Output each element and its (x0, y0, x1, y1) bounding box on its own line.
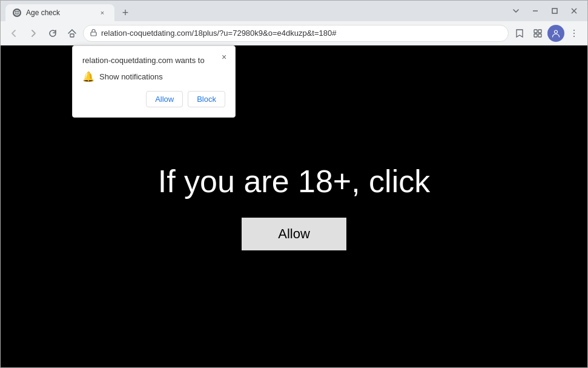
popup-block-button[interactable]: Block (188, 91, 225, 107)
back-button[interactable] (5, 25, 22, 42)
svg-rect-4 (552, 8, 557, 13)
tab-strip: Age check × + (5, 1, 507, 21)
svg-rect-7 (70, 34, 74, 37)
window-controls (507, 2, 583, 19)
svg-point-13 (555, 30, 558, 33)
close-window-button[interactable] (566, 2, 583, 19)
svg-rect-10 (538, 30, 541, 33)
tab-title: Age check (26, 8, 93, 17)
reload-button[interactable] (44, 25, 61, 42)
svg-point-14 (573, 30, 575, 31)
profile-dropdown-icon[interactable] (507, 2, 524, 19)
forward-button[interactable] (25, 25, 42, 42)
svg-point-16 (573, 36, 575, 37)
age-check-heading: If you are 18+, click (158, 163, 430, 199)
minimize-button[interactable] (527, 2, 544, 19)
title-bar: Age check × + (1, 1, 587, 21)
menu-button[interactable] (566, 25, 583, 42)
svg-rect-8 (91, 32, 96, 36)
svg-point-15 (573, 33, 575, 34)
profile-avatar (547, 25, 564, 42)
address-bar: relation-coquetdating.com/18plus/?u=7298… (1, 21, 587, 45)
tab-close-button[interactable]: × (97, 8, 107, 18)
page-content: relation-coquetdating.com wants to × 🔔 S… (1, 45, 587, 367)
popup-notification-row: 🔔 Show notifications (82, 71, 225, 82)
url-bar[interactable]: relation-coquetdating.com/18plus/?u=7298… (83, 25, 509, 42)
lock-icon (90, 28, 97, 38)
tab-favicon-icon (13, 8, 21, 17)
url-text: relation-coquetdating.com/18plus/?u=7298… (101, 28, 502, 38)
extensions-button[interactable] (529, 25, 546, 42)
page-center: If you are 18+, click Allow (158, 163, 430, 250)
svg-rect-12 (538, 34, 541, 37)
browser-tab[interactable]: Age check × (5, 4, 114, 21)
maximize-button[interactable] (546, 2, 563, 19)
allow-button[interactable]: Allow (242, 218, 346, 250)
browser-window: Age check × + (0, 0, 588, 368)
bell-icon: 🔔 (82, 71, 94, 82)
popup-header: relation-coquetdating.com wants to (82, 56, 225, 65)
notification-popup: relation-coquetdating.com wants to × 🔔 S… (72, 45, 236, 118)
popup-buttons: Allow Block (82, 91, 225, 107)
toolbar-icons (511, 25, 583, 42)
bookmark-button[interactable] (511, 25, 528, 42)
popup-notification-label: Show notifications (99, 72, 163, 81)
popup-allow-button[interactable]: Allow (146, 91, 183, 107)
home-button[interactable] (64, 25, 81, 42)
svg-rect-11 (534, 34, 537, 37)
svg-rect-9 (534, 30, 537, 33)
popup-close-button[interactable]: × (218, 51, 230, 63)
new-tab-button[interactable]: + (117, 4, 134, 21)
profile-button[interactable] (547, 25, 564, 42)
